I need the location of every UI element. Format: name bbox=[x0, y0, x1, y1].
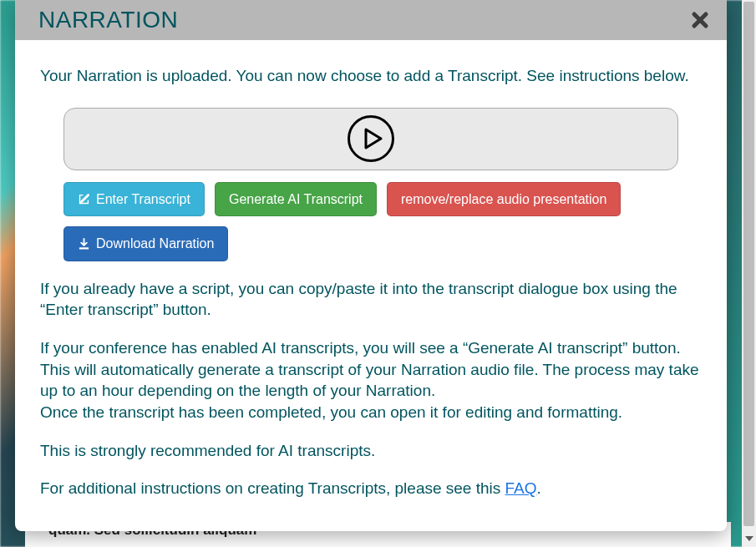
paragraph-ai-part2: Once the transcript has been completed, … bbox=[40, 403, 622, 421]
remove-replace-audio-button[interactable]: remove/replace audio presentation bbox=[387, 182, 621, 217]
intro-text: Your Narration is uploaded. You can now … bbox=[40, 65, 702, 87]
play-button[interactable] bbox=[348, 115, 394, 162]
generate-ai-label: Generate AI Transcript bbox=[229, 190, 363, 209]
paragraph-ai-part1: If your conference has enabled AI transc… bbox=[40, 339, 699, 399]
download-label: Download Narration bbox=[96, 235, 214, 253]
enter-transcript-button[interactable]: Enter Transcript bbox=[63, 182, 205, 217]
modal-title: NARRATION bbox=[38, 7, 178, 33]
scrollbar-thumb[interactable] bbox=[743, 2, 754, 526]
audio-player[interactable] bbox=[63, 108, 678, 170]
svg-rect-0 bbox=[79, 247, 89, 249]
enter-transcript-label: Enter Transcript bbox=[96, 190, 190, 209]
generate-ai-transcript-button[interactable]: Generate AI Transcript bbox=[215, 182, 377, 217]
narration-modal: NARRATION Your Narration is uploaded. Yo… bbox=[15, 0, 727, 531]
download-icon bbox=[78, 238, 90, 251]
close-button[interactable] bbox=[688, 8, 712, 32]
download-narration-button[interactable]: Download Narration bbox=[63, 226, 228, 261]
scrollbar-down-arrow[interactable] bbox=[742, 533, 756, 544]
play-icon bbox=[364, 128, 383, 149]
modal-header: NARRATION bbox=[15, 0, 727, 40]
button-row: Enter Transcript Generate AI Transcript … bbox=[63, 182, 678, 261]
paragraph-recommend: This is strongly recommended for AI tran… bbox=[40, 440, 702, 462]
edit-icon bbox=[78, 193, 90, 205]
modal-body: Your Narration is uploaded. You can now … bbox=[15, 40, 727, 519]
faq-suffix: . bbox=[537, 479, 541, 497]
faq-prefix: For additional instructions on creating … bbox=[40, 479, 505, 497]
remove-replace-label: remove/replace audio presentation bbox=[401, 190, 606, 209]
paragraph-faq: For additional instructions on creating … bbox=[40, 478, 702, 499]
faq-link[interactable]: FAQ bbox=[505, 479, 537, 497]
close-icon bbox=[691, 11, 709, 29]
page-scrollbar[interactable] bbox=[742, 0, 756, 547]
paragraph-ai: If your conference has enabled AI transc… bbox=[40, 337, 702, 423]
paragraph-script: If you already have a script, you can co… bbox=[40, 278, 702, 321]
